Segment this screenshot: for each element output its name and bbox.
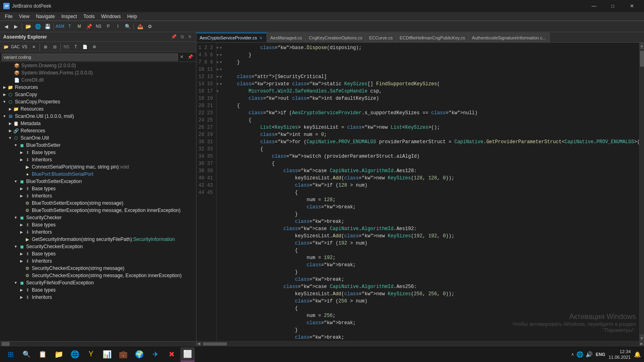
menu-inspect[interactable]: Inspect (58, 12, 80, 21)
browser-button2[interactable]: 🌍 (132, 347, 147, 362)
search-button[interactable]: 🔍 (19, 347, 34, 362)
excel-button[interactable]: 📊 (100, 347, 114, 362)
menu-windows[interactable]: Windows (98, 12, 124, 21)
search-pin[interactable]: 📌 (186, 54, 194, 60)
menu-tools[interactable]: Tools (80, 12, 98, 21)
toolbar-internal[interactable]: I (114, 22, 122, 31)
vertical-scrollbar-right[interactable]: ▲ ▼ (639, 43, 644, 341)
code-content[interactable]: class="kw">base.Dispose(disposing); } } … (222, 43, 639, 341)
toolbar-open[interactable]: 📂 (24, 22, 33, 31)
tree-item-sce-ctor2[interactable]: ⚙ SecurityCheckerException(string messag… (0, 272, 196, 279)
panel-settings2[interactable]: ⚙ (90, 43, 99, 51)
toolbar-types[interactable]: T (65, 22, 74, 31)
panel-close[interactable]: ✕ (187, 34, 193, 39)
expand-arrow[interactable]: ▶ (2, 93, 7, 97)
horizontal-scrollbar[interactable] (0, 341, 196, 346)
tree-item-sc-inheritors[interactable]: ▶ ⬇ Inheritors (0, 228, 196, 236)
expand-arrow[interactable]: ▶ (19, 288, 24, 292)
lang-indicator[interactable]: ENG (596, 352, 605, 357)
tree-item-bte-inheritors[interactable]: ▶ ⬇ Inheritors (0, 192, 196, 200)
dotpeek-button[interactable]: ⬜ (180, 347, 195, 362)
toolbar-members[interactable]: M (75, 22, 84, 31)
tree-item-scanone-util-asm[interactable]: ▼ 🏛 ScanOne.Util (1.0.0.0, msil) (0, 113, 196, 120)
search-clear[interactable]: ✕ (179, 54, 185, 60)
tray-volume[interactable]: 🔊 (586, 351, 592, 358)
close-button[interactable]: ✕ (623, 0, 641, 12)
notification-icon[interactable]: 🔔 (634, 351, 641, 358)
yandex-button[interactable]: Y (84, 347, 98, 362)
expand-arrow[interactable]: ▶ (19, 259, 24, 263)
tree-item-bluetoothsetter[interactable]: ▼ ◼ BlueToothSetter (0, 142, 196, 149)
tree-item-bt-basetypes[interactable]: ▶ ⬆ Base types (0, 149, 196, 156)
tree-item-scancopy[interactable]: ▶ ⬡ ScanCopy (0, 91, 196, 98)
expand-arrow[interactable]: ▼ (2, 100, 7, 104)
tree-item-resources[interactable]: ▶ 📁 Resources (0, 84, 196, 91)
tab-aes[interactable]: AesCryptoServiceProvider.cs ✕ (196, 33, 267, 42)
panel-float[interactable]: ⧉ (180, 34, 185, 39)
expand-arrow[interactable]: ▼ (13, 245, 19, 249)
code-horizontal-scrollbar[interactable]: ◀ ▶ (196, 341, 644, 346)
tree-item-sfnfe-basetypes[interactable]: ▶ ⬆ Base types (0, 286, 196, 294)
tab-authenticode[interactable]: AuthenticodeSignatureInformation.c... (469, 33, 550, 42)
tree-item-bte[interactable]: ▼ ◼ BlueToothSetterException (0, 178, 196, 185)
panel-export2[interactable]: 📄 (80, 43, 89, 51)
expand-arrow[interactable]: ▼ (13, 216, 19, 220)
panel-add-vs[interactable]: VS (20, 43, 29, 51)
tree-item-coredll[interactable]: 📄 CoreDll.dll (0, 76, 196, 84)
task-view-button[interactable]: 📋 (35, 347, 50, 362)
panel-open-from-gac[interactable]: GAC (11, 43, 20, 51)
toolbar-assemblies[interactable]: ASM (56, 22, 64, 31)
expand-arrow[interactable]: ▶ (7, 129, 13, 133)
toolbar-back[interactable]: ◀ (2, 22, 10, 31)
expand-arrow[interactable]: ▶ (19, 252, 24, 256)
search-input[interactable] (2, 53, 178, 61)
tree-item-sfnfe[interactable]: ▼ ◼ SecurityFileNotFoundException (0, 279, 196, 286)
menu-view[interactable]: View (16, 12, 33, 21)
tab-eccurve[interactable]: ECCurve.cs (366, 33, 396, 42)
x-button[interactable]: ✖ (164, 347, 179, 362)
toolbar-filter[interactable]: 🔍 (123, 22, 132, 31)
tree-item-sce-inheritors[interactable]: ▶ ⬇ Inheritors (0, 257, 196, 265)
assembly-tree[interactable]: 📦 System.Drawing (2.0.0.0) 📦 System.Wind… (0, 62, 196, 341)
expand-arrow[interactable]: ▼ (7, 136, 13, 140)
expand-arrow[interactable]: ▶ (19, 158, 24, 162)
tree-item-sce[interactable]: ▼ ◼ SecurityCheckerException (0, 243, 196, 250)
tree-item-securitychecker[interactable]: ▼ ◼ SecurityChecker (0, 214, 196, 221)
maximize-button[interactable]: □ (604, 0, 622, 12)
panel-collapse-all[interactable]: ⊟ (50, 43, 59, 51)
tree-item-system-drawing[interactable]: 📦 System.Drawing (2.0.0.0) (0, 62, 196, 69)
panel-show-types[interactable]: T (71, 43, 80, 51)
tree-item-sce-ctor1[interactable]: ⚙ SecurityCheckerException(string messag… (0, 265, 196, 272)
expand-arrow[interactable]: ▶ (2, 85, 7, 89)
tree-item-system-winforms[interactable]: 📦 System.Windows.Forms (2.0.0.0) (0, 69, 196, 76)
tree-item-sce-basetypes[interactable]: ▶ ⬆ Base types (0, 250, 196, 257)
teams-button[interactable]: 💼 (116, 347, 130, 362)
tree-item-bte-basetypes[interactable]: ▶ ⬆ Base types (0, 185, 196, 192)
toolbar-openurl[interactable]: 🌐 (33, 22, 42, 31)
expand-arrow[interactable]: ▼ (2, 114, 7, 118)
tree-item-sc-method[interactable]: ▶ GetSecurityInformation(string security… (0, 236, 196, 243)
start-button[interactable]: ⊞ (3, 347, 18, 362)
tab-ecdiffie[interactable]: ECDiffieHellmanCngPublicKey.cs (396, 33, 469, 42)
tree-item-scancopy-resources[interactable]: ▶ 📁 Resources (0, 105, 196, 113)
menu-file[interactable]: File (2, 12, 16, 21)
toolbar-public[interactable]: P (104, 22, 113, 31)
toolbar-settings[interactable]: ⚙ (145, 22, 154, 31)
tree-item-sc-basetypes[interactable]: ▶ ⬆ Base types (0, 221, 196, 228)
expand-arrow[interactable]: ▶ (19, 223, 24, 227)
expand-arrow[interactable]: ▶ (19, 295, 24, 299)
tray-chevron[interactable]: ∧ (571, 352, 574, 356)
panel-pin[interactable]: 📌 (170, 34, 178, 39)
system-clock[interactable]: 12:34 11.06.2021 (609, 349, 631, 360)
expand-arrow[interactable]: ▶ (19, 194, 24, 198)
expand-arrow[interactable]: ▶ (19, 230, 24, 234)
toolbar-pin[interactable]: 📌 (85, 22, 93, 31)
expand-arrow[interactable]: ▼ (13, 179, 19, 183)
tree-item-bt-blueport[interactable]: ● BluePort:BluetoothSerialPort (0, 171, 196, 178)
tree-item-scanone-util-ns[interactable]: ▼ ⬡ ScanOne.Util (0, 134, 196, 142)
minimize-button[interactable]: — (585, 0, 603, 12)
tree-item-sfnfe-inheritors[interactable]: ▶ ⬇ Inheritors (0, 294, 196, 301)
menu-help[interactable]: Help (124, 12, 140, 21)
tree-item-metadata[interactable]: ▶ 📋 Metadata (0, 120, 196, 127)
edge-button[interactable]: 🌐 (68, 347, 82, 362)
